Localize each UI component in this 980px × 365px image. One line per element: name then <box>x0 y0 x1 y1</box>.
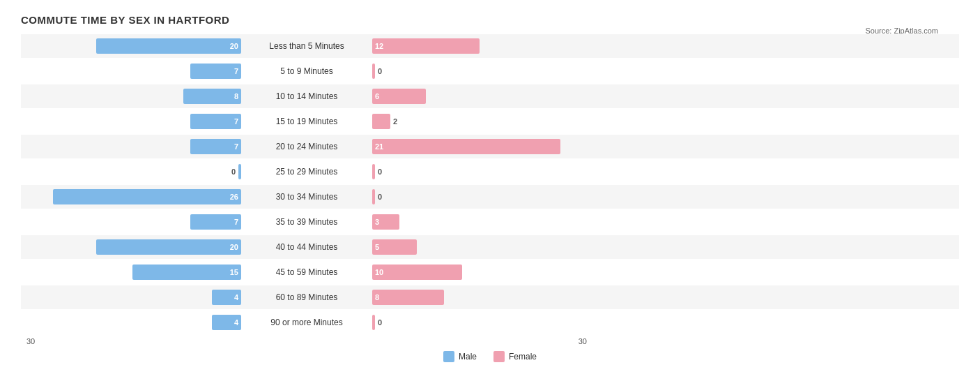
female-value-inside: 5 <box>375 243 379 251</box>
left-section: 15 <box>21 265 244 280</box>
category-label: 35 to 39 Minutes <box>244 217 369 227</box>
category-label: 15 to 19 Minutes <box>244 117 369 126</box>
left-section: 7 <box>21 114 244 129</box>
female-zero: 0 <box>378 193 382 201</box>
male-value-inside: 20 <box>230 243 238 251</box>
male-bar: 7 <box>190 139 241 154</box>
chart-row: 7 15 to 19 Minutes 2 <box>21 110 959 133</box>
male-value-inside: 26 <box>230 193 238 201</box>
female-bar <box>372 189 375 204</box>
axis-row: 30 30 <box>21 337 959 345</box>
male-bar: 20 <box>96 38 241 54</box>
male-bar: 7 <box>190 214 241 230</box>
left-section: 4 <box>21 315 244 330</box>
chart-row: 20 Less than 5 Minutes 12 <box>21 34 959 58</box>
female-zero: 0 <box>378 318 382 327</box>
female-bar: 3 <box>372 214 399 230</box>
legend-female-box <box>493 351 505 362</box>
male-value-inside: 15 <box>230 268 238 276</box>
chart-row: 4 60 to 89 Minutes 8 <box>21 285 959 309</box>
chart-row: 7 20 to 24 Minutes 21 <box>21 135 959 158</box>
right-section: 5 <box>369 239 592 255</box>
left-section: 20 <box>21 239 244 255</box>
left-section: 7 <box>21 214 244 230</box>
male-value-inside: 7 <box>234 67 238 75</box>
female-zero: 0 <box>378 167 382 176</box>
left-section: 26 <box>21 189 244 204</box>
category-label: Less than 5 Minutes <box>244 41 369 51</box>
male-bar: 7 <box>190 64 241 79</box>
right-section: 21 <box>369 139 592 154</box>
female-bar <box>372 64 375 79</box>
right-section: 3 <box>369 214 592 230</box>
legend-male-label: Male <box>459 352 477 362</box>
axis-left-label: 30 <box>21 337 244 345</box>
left-section: 8 <box>21 89 244 104</box>
female-zero: 0 <box>378 67 382 75</box>
axis-right-label: 30 <box>369 337 592 345</box>
female-bar: 6 <box>372 89 426 104</box>
chart-row: 26 30 to 34 Minutes 0 <box>21 185 959 209</box>
category-label: 30 to 34 Minutes <box>244 192 369 202</box>
male-value-inside: 7 <box>234 142 238 151</box>
chart-row: 4 90 or more Minutes 0 <box>21 311 959 334</box>
right-section: 8 <box>369 290 592 305</box>
category-label: 45 to 59 Minutes <box>244 267 369 277</box>
left-section: 0 <box>21 164 244 179</box>
female-bar: 8 <box>372 290 444 305</box>
male-value-inside: 4 <box>234 293 238 301</box>
female-value-inside: 12 <box>375 42 383 50</box>
female-value-outside: 2 <box>393 117 397 126</box>
chart-row: 7 5 to 9 Minutes 0 <box>21 59 959 83</box>
category-label: 60 to 89 Minutes <box>244 292 369 302</box>
category-label: 25 to 29 Minutes <box>244 167 369 177</box>
female-bar <box>372 164 375 179</box>
legend: Male Female <box>21 351 959 362</box>
female-value-inside: 10 <box>375 268 383 276</box>
male-bar: 7 <box>190 114 241 129</box>
category-label: 40 to 44 Minutes <box>244 242 369 252</box>
chart-row: 7 35 to 39 Minutes 3 <box>21 210 959 234</box>
male-value-inside: 20 <box>230 42 238 50</box>
legend-female: Female <box>493 351 537 362</box>
category-label: 90 or more Minutes <box>244 318 369 327</box>
left-section: 7 <box>21 139 244 154</box>
female-bar <box>372 315 375 330</box>
female-bar: 10 <box>372 265 462 280</box>
chart-row: 20 40 to 44 Minutes 5 <box>21 235 959 259</box>
male-bar: 8 <box>183 89 241 104</box>
right-section: 0 <box>369 64 592 79</box>
female-value-inside: 8 <box>375 293 379 301</box>
female-value-inside: 21 <box>375 142 383 151</box>
legend-female-label: Female <box>509 352 537 362</box>
male-bar: 15 <box>132 265 241 280</box>
right-section: 0 <box>369 164 592 179</box>
legend-male-box <box>443 351 454 362</box>
female-bar: 12 <box>372 38 480 54</box>
right-section: 12 <box>369 38 592 54</box>
chart-area: 20 Less than 5 Minutes 12 7 5 to 9 Minut… <box>21 34 959 362</box>
legend-male: Male <box>443 351 477 362</box>
female-value-inside: 3 <box>375 218 379 226</box>
right-section: 6 <box>369 89 592 104</box>
female-bar: 5 <box>372 239 417 255</box>
male-value-inside: 4 <box>234 318 238 327</box>
male-bar <box>238 164 241 179</box>
female-value-inside: 6 <box>375 92 379 100</box>
right-section: 10 <box>369 265 592 280</box>
chart-row: 15 45 to 59 Minutes 10 <box>21 260 959 284</box>
left-section: 4 <box>21 290 244 305</box>
chart-title: COMMUTE TIME BY SEX IN HARTFORD <box>21 14 959 26</box>
category-label: 5 to 9 Minutes <box>244 66 369 76</box>
chart-row: 8 10 to 14 Minutes 6 <box>21 84 959 108</box>
category-label: 20 to 24 Minutes <box>244 142 369 151</box>
right-section: 2 <box>369 114 592 129</box>
left-section: 7 <box>21 64 244 79</box>
male-value-inside: 7 <box>234 218 238 226</box>
male-bar: 20 <box>96 239 241 255</box>
female-bar: 21 <box>372 139 560 154</box>
male-value-inside: 8 <box>234 92 238 100</box>
category-label: 10 to 14 Minutes <box>244 91 369 101</box>
male-value-inside: 7 <box>234 117 238 126</box>
female-bar <box>372 114 390 129</box>
